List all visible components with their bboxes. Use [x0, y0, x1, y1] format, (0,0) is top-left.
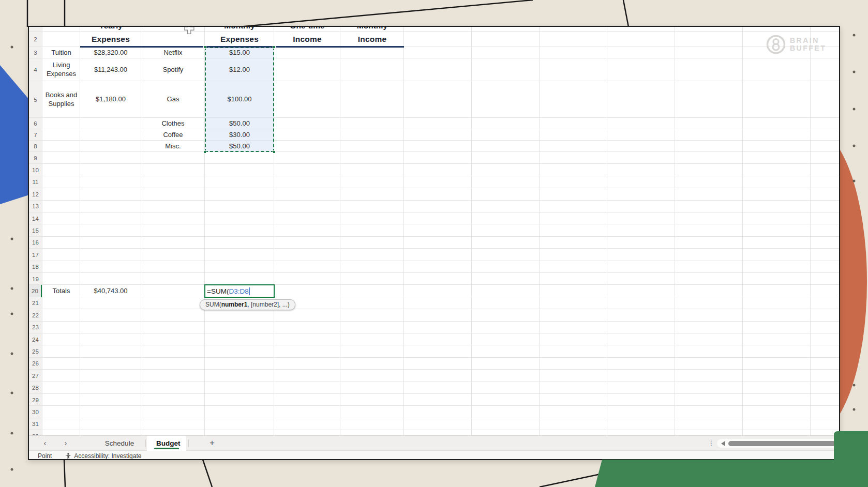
selection-handle	[273, 45, 276, 49]
gridline	[29, 430, 839, 430]
gridline	[742, 27, 743, 435]
horizontal-scrollbar[interactable]: ⋮	[717, 439, 839, 448]
background-shape-blue	[0, 65, 29, 204]
row-header-10[interactable]: 10	[29, 164, 42, 176]
gridline	[29, 418, 839, 418]
cell-C3[interactable]: Netflix	[141, 47, 205, 58]
formula-editing-cell[interactable]: =SUM(D3:D8	[204, 284, 275, 297]
cell-D1[interactable]: Monthly	[205, 27, 274, 32]
gridline	[471, 27, 472, 435]
accessibility-status[interactable]: Accessibility: Investigate	[65, 451, 141, 459]
scrollbar-thumb[interactable]	[728, 441, 839, 446]
next-sheet-button[interactable]: ›	[59, 436, 72, 451]
row-header-16[interactable]: 16	[29, 237, 42, 249]
gridline	[810, 27, 811, 435]
row-header-25[interactable]: 25	[29, 345, 42, 357]
cell-D4[interactable]: $12.00	[205, 58, 274, 81]
gridline	[29, 248, 839, 249]
scrollbar-dots-handle[interactable]: ⋮	[708, 439, 714, 447]
row-header-14[interactable]: 14	[29, 212, 42, 224]
row-header-19[interactable]: 19	[29, 273, 42, 285]
gridline	[29, 345, 839, 345]
cell-B2[interactable]: Expenses	[80, 32, 141, 47]
row-header-8[interactable]: 8	[29, 141, 42, 152]
scroll-left-arrow[interactable]	[721, 441, 725, 446]
row-header-22[interactable]: 22	[29, 309, 42, 321]
formula-range-ref: D3:D8	[229, 287, 248, 295]
sheet-grid[interactable]: BRAIN BUFFET 234567891011121314151617181…	[29, 27, 839, 435]
selection-handle	[203, 150, 206, 154]
cell-D7[interactable]: $30.00	[205, 129, 274, 141]
gridline	[539, 27, 540, 435]
gridline	[29, 236, 839, 237]
row-header-18[interactable]: 18	[29, 261, 42, 273]
row-header-9[interactable]: 9	[29, 152, 42, 164]
row-header-26[interactable]: 26	[29, 358, 42, 370]
tab-budget-label: Budget	[156, 439, 181, 447]
row-header-23[interactable]: 23	[29, 322, 42, 333]
cell-cursor-icon	[184, 27, 194, 34]
cell-D3[interactable]: $15.00	[205, 47, 274, 58]
row-header-12[interactable]: 12	[29, 188, 42, 200]
cell-E2[interactable]: Income	[274, 32, 340, 47]
cell-F2[interactable]: Income	[340, 32, 404, 47]
row-header-28[interactable]: 28	[29, 382, 42, 394]
row-header-24[interactable]: 24	[29, 333, 42, 345]
gridline	[607, 27, 607, 435]
cell-A3[interactable]: Tuition	[42, 47, 80, 58]
tab-schedule[interactable]: Schedule	[92, 436, 147, 451]
gridline	[29, 200, 839, 201]
gridline	[29, 382, 839, 382]
row-header-15[interactable]: 15	[29, 224, 42, 236]
header-underline	[80, 46, 404, 48]
cell-C8[interactable]: Misc.	[141, 141, 205, 152]
cell-C6[interactable]: Clothes	[141, 118, 205, 129]
gridline	[403, 27, 404, 435]
gridline	[29, 188, 839, 188]
row-header-21[interactable]: 21	[29, 297, 42, 309]
cell-D5[interactable]: $100.00	[205, 81, 274, 118]
row-header-4[interactable]: 4	[29, 58, 42, 81]
row-header-32[interactable]: 32	[29, 430, 42, 435]
active-tab-underline	[154, 448, 179, 449]
gridline	[29, 31, 839, 32]
cell-B4[interactable]: $11,243.00	[80, 58, 141, 81]
row-header-3[interactable]: 3	[29, 47, 42, 58]
cell-F1[interactable]: Monthly	[340, 27, 404, 32]
cell-C5[interactable]: Gas	[141, 81, 205, 118]
cell-B20[interactable]: $40,743.00	[80, 285, 141, 297]
cell-D6[interactable]: $50.00	[205, 118, 274, 129]
row-header-17[interactable]: 17	[29, 249, 42, 261]
cell-C4[interactable]: Spotify	[141, 58, 205, 81]
row-header-13[interactable]: 13	[29, 201, 42, 212]
row-header-20[interactable]: 20	[29, 285, 42, 297]
cell-D8[interactable]: $50.00	[205, 141, 274, 152]
row-header-11[interactable]: 11	[29, 176, 42, 188]
cell-A20[interactable]: Totals	[42, 285, 80, 297]
row-header-30[interactable]: 30	[29, 406, 42, 418]
gridline	[340, 27, 340, 435]
add-sheet-button[interactable]: +	[205, 436, 219, 451]
cell-B3[interactable]: $28,320.00	[80, 47, 141, 58]
cell-E1[interactable]: One-time	[274, 27, 340, 32]
cell-B1[interactable]: Yearly	[80, 27, 141, 32]
selection-handle	[203, 45, 206, 49]
row-header-27[interactable]: 27	[29, 370, 42, 382]
cell-D2[interactable]: Expenses	[205, 32, 274, 47]
selection-handle	[273, 150, 276, 154]
cell-B5[interactable]: $1,180.00	[80, 81, 141, 118]
row-header-31[interactable]: 31	[29, 418, 42, 430]
row-header-29[interactable]: 29	[29, 394, 42, 406]
row-header-5[interactable]: 5	[29, 81, 42, 118]
gridline	[29, 212, 839, 212]
row-header-6[interactable]: 6	[29, 118, 42, 129]
status-mode: Point	[38, 451, 52, 459]
cell-C7[interactable]: Coffee	[141, 129, 205, 141]
row-header-2[interactable]: 2	[29, 32, 42, 47]
row-header-7[interactable]: 7	[29, 129, 42, 141]
cell-A5[interactable]: Books and Supplies	[42, 81, 80, 118]
gridline	[29, 321, 839, 322]
cell-A4[interactable]: Living Expenses	[42, 58, 80, 81]
prev-sheet-button[interactable]: ‹	[38, 436, 52, 451]
tab-budget[interactable]: Budget	[147, 436, 186, 451]
